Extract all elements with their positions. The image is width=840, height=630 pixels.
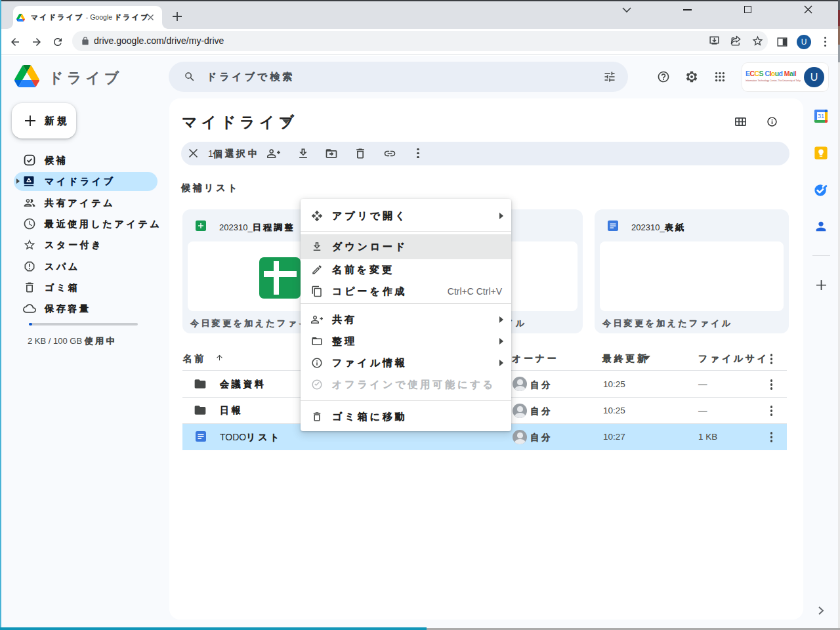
svg-text:31: 31 [818,113,824,119]
